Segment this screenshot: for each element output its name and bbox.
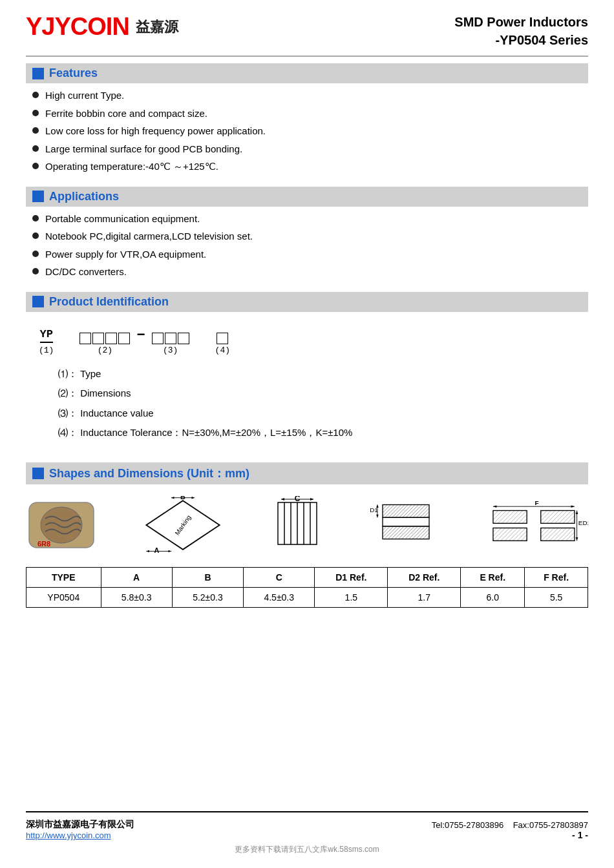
legend-desc: Type [80,368,101,379]
table-header-c: C [244,567,315,587]
legend-num: ⑷： [58,427,78,438]
list-item: High current Type. [32,88,588,103]
cell-a: 5.8±0.3 [101,587,172,607]
prod-id-box [178,333,189,344]
footer: 深圳市益嘉源电子有限公司 http://www.yjycoin.com Tel:… [26,811,588,840]
logo-cn: 益嘉源 [136,17,178,37]
prod-id-box [92,333,104,344]
applications-icon [32,191,44,202]
prod-id-boxes4 [217,333,228,344]
list-item: Ferrite bobbin core and compact size. [32,107,588,121]
table-row: YP0504 5.8±0.3 5.2±0.3 4.5±0.3 1.5 1.7 6… [26,587,588,607]
prod-id-num3: (3) [163,346,178,355]
list-item: Operating temperature:-40℃ ～+125℃. [32,160,588,174]
product-id-diagram: YP (1) (2) − [39,327,575,355]
svg-rect-24 [383,504,429,517]
svg-marker-11 [146,550,149,552]
prod-id-group4: (4) [215,333,230,355]
table-header-type: TYPE [26,567,101,587]
prod-id-box [152,333,164,344]
svg-marker-21 [281,498,284,501]
product-id-area: YP (1) (2) − [26,317,588,456]
prod-id-num4: (4) [215,346,230,355]
header: YJYCOIN 益嘉源 SMD Power Inductors -YP0504 … [26,13,588,49]
footer-contact: Tel:0755-27803896 Fax:0755-27803897 [432,820,588,830]
product-id-section-bar: Product Identification [26,292,588,312]
footer-page: - 1 - [432,830,588,840]
svg-marker-12 [168,550,171,552]
list-item: Portable communication equipment. [32,212,588,227]
prod-id-box [165,333,176,344]
list-item: Power supply for VTR,OA equipment. [32,247,588,262]
prod-id-box [118,333,130,344]
svg-rect-25 [383,517,429,526]
prod-id-boxes3 [152,333,189,344]
features-section-bar: Features [26,63,588,83]
cell-e: 6.0 [461,587,525,607]
svg-text:A: A [154,546,159,554]
applications-title: Applications [49,190,119,203]
prod-id-box [217,333,228,344]
watermark: 更多资料下载请到五八文库wk.58sms.com [26,844,588,855]
svg-marker-42 [576,510,578,513]
svg-rect-26 [383,526,429,539]
product-title: SMD Power Inductors -YP0504 Series [454,13,588,49]
footer-tel: Tel:0755-27803896 [432,820,503,830]
product-id-legend: ⑴： Type ⑵： Dimensions ⑶： Inductance valu… [39,367,575,440]
svg-marker-7 [171,496,175,499]
prod-id-box [79,333,91,344]
inductor-shape: 6R8 [26,496,97,554]
cell-d2: 1.7 [388,587,461,607]
svg-marker-22 [310,498,313,501]
list-item: Notebook PC,digital carmera,LCD televisi… [32,229,588,244]
features-title: Features [49,67,98,80]
bullet-dot [32,110,39,116]
prod-id-group3: (3) [152,333,189,355]
cell-b: 5.2±0.3 [172,587,243,607]
shapes-images: 6R8 Marking B A [26,490,588,561]
svg-text:B: B [180,496,185,501]
table-header-e: E Ref. [461,567,525,587]
svg-rect-32 [493,510,527,523]
svg-marker-38 [493,505,496,508]
list-item: Large terminal surface for good PCB bond… [32,142,588,157]
table-header-d2: D2 Ref. [388,567,461,587]
diamond-shape: Marking B A [138,496,228,554]
shapes-icon [32,468,44,479]
svg-marker-39 [571,505,575,508]
legend-num: ⑶： [58,408,78,418]
legend-item: ⑷： Inductance Tolerance：N=±30%,M=±20%，L=… [58,426,575,440]
svg-marker-29 [376,514,379,517]
prod-id-box [105,333,117,344]
footer-right: Tel:0755-27803896 Fax:0755-27803897 - 1 … [432,820,588,840]
footer-website[interactable]: http://www.yjycoin.com [26,831,111,840]
svg-point-1 [41,507,82,543]
shapes-area: 6R8 Marking B A [26,490,588,608]
side-shape: D1 [367,496,445,554]
applications-section-bar: Applications [26,187,588,207]
shapes-section-bar: Shapes and Dimensions (Unit：mm) [26,462,588,484]
land-pattern-shape: F E D2 [485,496,588,554]
bullet-dot [32,163,39,169]
svg-marker-8 [191,496,195,499]
bullet-dot [32,232,39,239]
svg-marker-43 [576,537,578,540]
bullet-dot [32,215,39,222]
cell-d1: 1.5 [315,587,388,607]
product-title-line2: -YP0504 Series [454,31,588,49]
bullet-dot [32,92,39,98]
footer-company: 深圳市益嘉源电子有限公司 [26,819,134,831]
legend-desc: Dimensions [80,388,131,398]
list-item: Low core loss for high frequency power a… [32,124,588,139]
svg-rect-34 [493,528,527,541]
bullet-dot [32,268,39,274]
cell-type: YP0504 [26,587,101,607]
svg-rect-35 [541,528,575,541]
table-header-f: F Ref. [525,567,588,587]
legend-item: ⑵： Dimensions [58,386,575,401]
table-header-b: B [172,567,243,587]
footer-left: 深圳市益嘉源电子有限公司 http://www.yjycoin.com [26,819,134,840]
list-item: DC/DC converters. [32,265,588,280]
logo-text: YJYCOIN [26,13,129,41]
dimensions-table: TYPE A B C D1 Ref. D2 Ref. E Ref. F Ref.… [26,567,588,608]
